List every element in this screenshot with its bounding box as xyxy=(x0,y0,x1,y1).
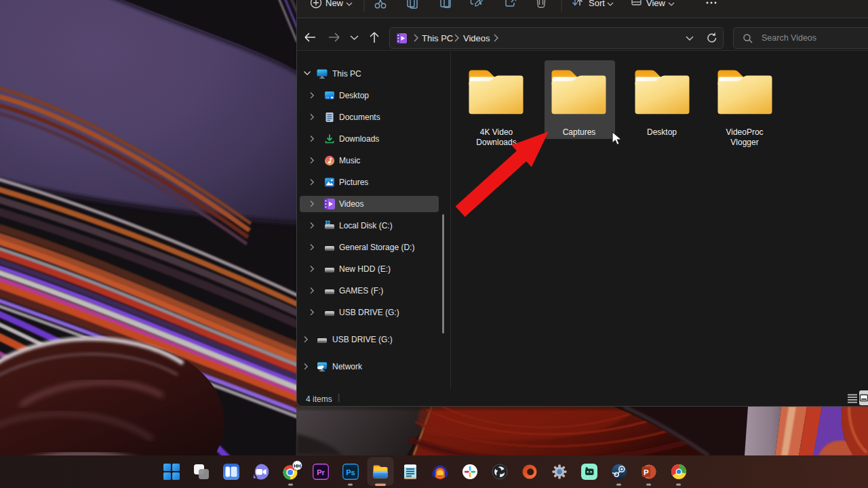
svg-text:HH: HH xyxy=(294,463,301,469)
svg-text:Videos: Videos xyxy=(339,199,363,209)
svg-text:Videos: Videos xyxy=(463,33,490,43)
svg-text:Ps: Ps xyxy=(346,468,355,476)
svg-text:Documents: Documents xyxy=(339,113,380,122)
svg-text:Network: Network xyxy=(332,362,363,371)
svg-text:GAMES (F:): GAMES (F:) xyxy=(339,286,383,296)
svg-text:USB DRIVE (G:): USB DRIVE (G:) xyxy=(332,335,393,344)
svg-text:This PC: This PC xyxy=(422,33,453,43)
svg-text:This PC: This PC xyxy=(332,69,361,79)
svg-text:New: New xyxy=(326,0,344,8)
svg-text:Desktop: Desktop xyxy=(339,91,369,100)
svg-text:Downloads: Downloads xyxy=(339,134,379,144)
svg-text:General Storage (D:): General Storage (D:) xyxy=(339,243,414,252)
svg-text:New HDD (E:): New HDD (E:) xyxy=(339,264,391,274)
svg-text:View: View xyxy=(646,0,666,8)
svg-text:Pictures: Pictures xyxy=(339,178,368,187)
svg-text:Music: Music xyxy=(339,156,360,165)
svg-text:Local Disk (C:): Local Disk (C:) xyxy=(339,221,393,230)
svg-text:USB DRIVE (G:): USB DRIVE (G:) xyxy=(339,308,399,317)
svg-text:Pr: Pr xyxy=(317,468,325,476)
svg-text:Sort: Sort xyxy=(589,0,605,8)
svg-text:P: P xyxy=(644,468,649,476)
